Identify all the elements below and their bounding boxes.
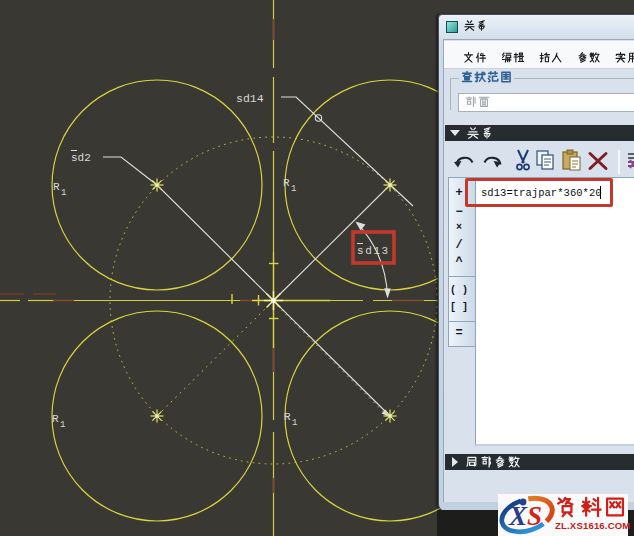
svg-text:S: S (527, 501, 542, 531)
svg-text:R: R (284, 411, 291, 423)
svg-text:sd13: sd13 (357, 245, 390, 257)
svg-text:1: 1 (61, 188, 66, 198)
svg-text:X: X (508, 501, 528, 531)
svg-text:R: R (53, 181, 60, 193)
svg-text:R: R (52, 413, 59, 425)
svg-text:1: 1 (291, 184, 296, 194)
svg-text:1: 1 (60, 420, 65, 430)
svg-text:sd2: sd2 (71, 152, 91, 164)
svg-text:1: 1 (292, 418, 297, 428)
svg-text:sd14: sd14 (236, 92, 264, 105)
svg-text:R: R (283, 177, 290, 189)
